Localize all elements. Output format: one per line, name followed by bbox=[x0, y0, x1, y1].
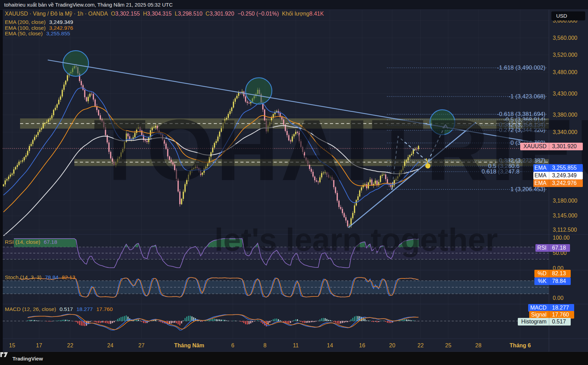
macd-legend-title: MACD (12, 26, close) bbox=[5, 306, 56, 312]
ohlc-key: L bbox=[175, 11, 178, 17]
ema-legend-label: EMA (200, close) bbox=[5, 19, 46, 25]
tradingview-logo-icon[interactable] bbox=[0, 352, 8, 357]
ema100-badge: EMA3,242.976 bbox=[533, 179, 583, 187]
time-tick-label: 22 bbox=[67, 342, 73, 348]
candle bbox=[30, 144, 31, 146]
signal-badge-value: 17.760 bbox=[549, 311, 574, 319]
ema-legend-row[interactable]: EMA (100, close) 3,242.976 bbox=[5, 25, 73, 31]
stoch-legend-title: Stoch (14, 3, 3) bbox=[5, 274, 42, 280]
ema100-badge-value: 3,242.976 bbox=[549, 179, 583, 187]
ema50-badge-label: EMA bbox=[533, 164, 549, 172]
ema-legend-label: EMA (50, close) bbox=[5, 30, 43, 36]
rsi-tick-label: 100.00 bbox=[553, 235, 570, 241]
candle bbox=[18, 162, 19, 165]
stoch-legend[interactable]: Stoch (14, 3, 3)78.8482.13 bbox=[5, 274, 75, 281]
stoch-k-value: 78.84 bbox=[45, 274, 58, 280]
histogram-badge-value: 0.517 bbox=[549, 318, 571, 326]
candle bbox=[13, 169, 14, 173]
fib-level-label: -1.618 (3,490.002) bbox=[497, 64, 545, 71]
price-tick-label: 3,560.000 bbox=[553, 35, 577, 41]
time-tick-label: Tháng Năm bbox=[174, 342, 204, 348]
ema200-badge: EMA3,249.349 bbox=[533, 172, 583, 179]
candle bbox=[236, 96, 237, 99]
candle bbox=[43, 124, 44, 128]
candle bbox=[44, 123, 45, 124]
candle bbox=[49, 118, 50, 119]
stoch-d-badge: %D82.13 bbox=[534, 270, 571, 277]
candle bbox=[6, 179, 7, 180]
time-tick-label: 20 bbox=[389, 342, 395, 348]
price-tick-label: 3,145.000 bbox=[553, 213, 577, 219]
ema-legend-value: 3,255.855 bbox=[46, 30, 70, 36]
candle bbox=[342, 209, 343, 213]
candle bbox=[41, 128, 42, 130]
ema50-badge-value: 3,255.855 bbox=[549, 164, 583, 172]
stoch-tick-label: 0.00 bbox=[553, 295, 563, 301]
candle bbox=[63, 84, 64, 90]
price-tick-label: 3,430.000 bbox=[553, 91, 577, 97]
time-tick-label: Tháng 6 bbox=[509, 342, 531, 348]
candle bbox=[81, 81, 82, 85]
stoch-k-badge-value: 78.84 bbox=[549, 277, 571, 285]
candle bbox=[62, 90, 63, 96]
time-tick-label: 24 bbox=[107, 342, 113, 348]
candle bbox=[27, 151, 28, 155]
macd-badge: MACD18.277 bbox=[528, 304, 574, 312]
candle bbox=[338, 201, 339, 207]
time-tick-label: 25 bbox=[445, 342, 451, 348]
time-tick-label: 16 bbox=[359, 342, 365, 348]
time-tick-label: 27 bbox=[138, 342, 145, 348]
macd-line-value: 18.277 bbox=[76, 306, 93, 312]
ohlc-key: O bbox=[111, 11, 115, 17]
candle bbox=[20, 162, 21, 162]
symbol-price-badge-value: 3,301.920 bbox=[549, 143, 583, 150]
time-tick-label: 14 bbox=[327, 342, 333, 348]
ema-legend-row[interactable]: EMA (200, close) 3,249.349 bbox=[5, 19, 73, 25]
ema-legend-row[interactable]: EMA (50, close) 3,255.855 bbox=[5, 30, 70, 37]
time-tick-label: 11 bbox=[293, 342, 299, 348]
candle bbox=[82, 85, 83, 90]
currency-button[interactable]: USD bbox=[551, 11, 585, 20]
candle bbox=[11, 173, 12, 175]
histogram-badge: Histogram0.517 bbox=[518, 318, 571, 326]
rsi-legend[interactable]: RSI (14, close)67.18 bbox=[5, 239, 57, 245]
ema100-badge-label: EMA bbox=[533, 179, 549, 187]
ema-legend-label: EMA (100, close) bbox=[5, 25, 46, 31]
ohlc-value: 3,301.920 bbox=[210, 11, 234, 17]
footer-bar: TradingView bbox=[0, 352, 588, 365]
fib-level-label: -1 (3,423.068) bbox=[508, 93, 545, 100]
volume-label: Khối lượng bbox=[282, 11, 309, 17]
candle bbox=[354, 205, 355, 213]
symbol-price-badge: XAUUSD3,301.920 bbox=[520, 143, 583, 150]
candle bbox=[29, 146, 30, 151]
candle bbox=[36, 135, 37, 137]
tradingview-chart-window: tohaitrieu xuất bản về TradingView.com, … bbox=[0, 0, 588, 365]
candle bbox=[88, 97, 89, 101]
price-tick-label: 3,112.500 bbox=[553, 227, 577, 233]
candle bbox=[39, 130, 40, 132]
price-tick-label: 3,520.000 bbox=[553, 52, 577, 58]
ohlc-value: 3,304.315 bbox=[147, 11, 172, 17]
watermark-brand: TOHAITRIEU bbox=[93, 100, 588, 200]
candle bbox=[91, 94, 92, 94]
macd-legend[interactable]: MACD (12, 26, close)0.51718.27717.760 bbox=[5, 306, 113, 312]
time-tick-label: 28 bbox=[475, 342, 481, 348]
footer-brand-text[interactable]: TradingView bbox=[12, 356, 43, 362]
price-tick-label: 3,480.000 bbox=[553, 69, 577, 75]
stoch-d-badge-value: 82.13 bbox=[549, 270, 571, 277]
time-tick-label: 22 bbox=[417, 342, 424, 348]
time-tick-label: 6 bbox=[231, 342, 235, 348]
symbol-legend[interactable]: XAUUSD · Vàng / Đô la Mỹ · 1h · OANDAO3,… bbox=[5, 11, 324, 17]
candle bbox=[51, 115, 52, 118]
candle bbox=[93, 94, 94, 99]
histogram-badge-label: Histogram bbox=[518, 318, 549, 326]
candle bbox=[243, 91, 244, 96]
time-tick-label: 17 bbox=[36, 342, 42, 348]
signal-badge: Signal17.760 bbox=[529, 311, 574, 319]
candle bbox=[46, 122, 47, 123]
macd-badge-label: MACD bbox=[528, 304, 549, 312]
candle bbox=[24, 157, 25, 160]
change-value: −0.250 (−0.01%) bbox=[238, 11, 279, 17]
candle bbox=[34, 137, 35, 140]
candle bbox=[86, 97, 87, 101]
